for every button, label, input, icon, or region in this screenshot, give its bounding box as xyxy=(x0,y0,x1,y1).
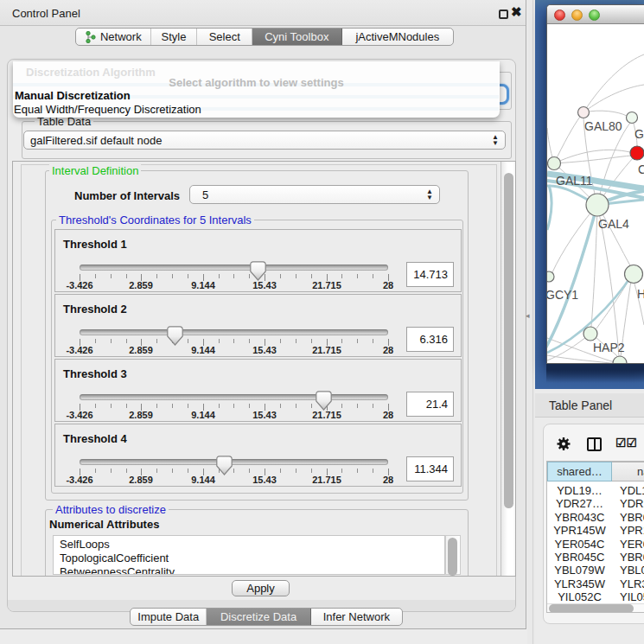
svg-text:GAL80: GAL80 xyxy=(584,119,622,133)
svg-text:GAL4: GAL4 xyxy=(598,217,629,231)
svg-text:H: H xyxy=(637,287,644,301)
svg-text:GCY1: GCY1 xyxy=(547,288,578,302)
svg-text:C: C xyxy=(638,163,644,176)
svg-text:GAL11: GAL11 xyxy=(556,174,593,188)
svg-text:GA: GA xyxy=(634,127,644,141)
svg-text:HAP2: HAP2 xyxy=(593,341,625,354)
